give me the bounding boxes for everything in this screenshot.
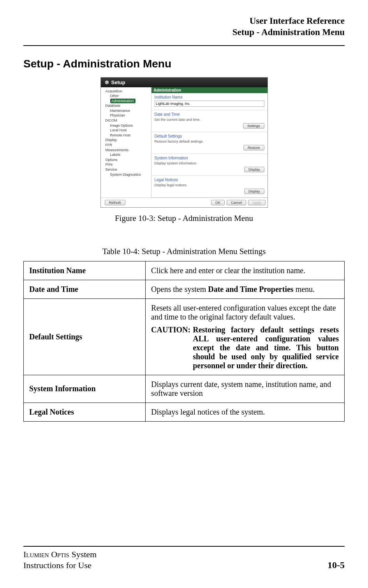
datetime-desc: Set the current date and time. xyxy=(155,118,264,122)
tree-display[interactable]: Display xyxy=(102,138,150,143)
figure-caption: Figure 10-3: Setup - Administration Menu xyxy=(23,214,345,223)
sysinfo-display-button[interactable]: Display xyxy=(244,167,264,172)
setup-window: Setup Acquisition Other Administration D… xyxy=(100,77,268,208)
tree-labels[interactable]: Labels xyxy=(102,152,150,157)
sysinfo-section: System Information Display system inform… xyxy=(151,154,268,176)
setup-titlebar: Setup xyxy=(101,78,268,87)
sysinfo-label: System Information xyxy=(155,156,264,160)
tree-maintenance[interactable]: Maintenance xyxy=(102,108,150,113)
refresh-button[interactable]: Refresh xyxy=(105,200,126,205)
legal-label: Legal Notices xyxy=(155,178,264,182)
table-row: Legal Notices Displays legal notices of … xyxy=(24,403,345,421)
table-caption: Table 10-4: Setup - Administration Menu … xyxy=(23,247,345,256)
cell-institution-key: Institution Name xyxy=(24,261,146,280)
tree-dicom[interactable]: DICOM xyxy=(102,118,150,123)
restore-button[interactable]: Restore xyxy=(243,145,264,150)
cell-datetime-key: Date and Time xyxy=(24,280,146,298)
tree-acquisition[interactable]: Acquisition xyxy=(102,89,150,94)
settings-table: Institution Name Click here and enter or… xyxy=(23,261,345,422)
tree-remote-host[interactable]: Remote Host xyxy=(102,133,150,138)
cell-default-val: Resets all user-entered configuration va… xyxy=(146,298,345,375)
cell-sysinfo-val: Displays current date, system name, inst… xyxy=(146,375,345,403)
caution-label: CAUTION: xyxy=(151,325,190,370)
cell-datetime-val: Opens the system Date and Time Propertie… xyxy=(146,280,345,298)
default-section: Default Settings Restore factory default… xyxy=(151,132,268,154)
tree-local-host[interactable]: Local Host xyxy=(102,128,150,133)
tree-options[interactable]: Options xyxy=(102,157,150,162)
institution-input[interactable] xyxy=(155,101,264,107)
table-row: Institution Name Click here and enter or… xyxy=(24,261,345,280)
cell-institution-val: Click here and enter or clear the instit… xyxy=(146,261,345,280)
cell-legal-val: Displays legal notices of the system. xyxy=(146,403,345,421)
footer-rule xyxy=(23,546,345,547)
caution-text: Restoring factory default settings reset… xyxy=(193,325,339,370)
ok-button[interactable]: OK xyxy=(211,200,225,205)
footer-left: Ilumien Optis System Instructions for Us… xyxy=(23,549,97,570)
cancel-button[interactable]: Cancel xyxy=(227,200,246,205)
tree-other[interactable]: Other xyxy=(102,94,150,99)
legal-section: Legal Notices Display legal notices. Dis… xyxy=(151,176,268,198)
institution-label: Institution Name xyxy=(155,95,264,99)
institution-section: Institution Name xyxy=(151,93,268,110)
legal-display-button[interactable]: Display xyxy=(244,189,264,194)
table-row: Date and Time Opens the system Date and … xyxy=(24,280,345,298)
datetime-section: Date and Time Set the current date and t… xyxy=(151,110,268,132)
page-footer: Ilumien Optis System Instructions for Us… xyxy=(23,546,345,570)
page-header: User Interface Reference Setup - Adminis… xyxy=(23,16,345,38)
section-title: Setup - Administration Menu xyxy=(23,58,345,70)
tree-measurements[interactable]: Measurements xyxy=(102,148,150,153)
default-desc: Restore factory default settings. xyxy=(155,139,264,143)
panel-header: Administration xyxy=(151,87,268,93)
setup-footer: Refresh OK Cancel Apply xyxy=(101,198,268,207)
legal-desc: Display legal notices. xyxy=(155,183,264,187)
header-rule xyxy=(23,45,345,46)
tree-ffr[interactable]: FFR xyxy=(102,143,150,148)
table-row: Default Settings Resets all user-entered… xyxy=(24,298,345,375)
tree-service[interactable]: Service xyxy=(102,167,150,172)
tree-print[interactable]: Print xyxy=(102,162,150,167)
tree-administration[interactable]: Administration xyxy=(102,99,150,104)
apply-button: Apply xyxy=(248,200,266,205)
window-title: Setup xyxy=(111,79,125,85)
cell-default-key: Default Settings xyxy=(24,298,146,375)
header-line2: Setup - Administration Menu xyxy=(23,27,345,38)
tree-system-diagnostics[interactable]: System Diagnostics xyxy=(102,172,150,177)
cell-legal-key: Legal Notices xyxy=(24,403,146,421)
settings-button[interactable]: Settings xyxy=(243,123,264,129)
page-number: 10-5 xyxy=(328,560,345,570)
tree-physician[interactable]: Physician xyxy=(102,113,150,118)
tree-panel: Acquisition Other Administration Databas… xyxy=(101,87,151,198)
tree-database[interactable]: Database xyxy=(102,103,150,108)
sysinfo-desc: Display system information. xyxy=(155,161,264,165)
datetime-label: Date and Time xyxy=(155,112,264,117)
table-row: System Information Displays current date… xyxy=(24,375,345,403)
figure-container: Setup Acquisition Other Administration D… xyxy=(23,77,345,208)
content-panel: Administration Institution Name Date and… xyxy=(151,87,268,198)
tree-image-options[interactable]: Image Options xyxy=(102,123,150,128)
default-label: Default Settings xyxy=(155,134,264,138)
header-line1: User Interface Reference xyxy=(23,16,345,27)
gear-icon xyxy=(105,79,109,85)
cell-sysinfo-key: System Information xyxy=(24,375,146,403)
